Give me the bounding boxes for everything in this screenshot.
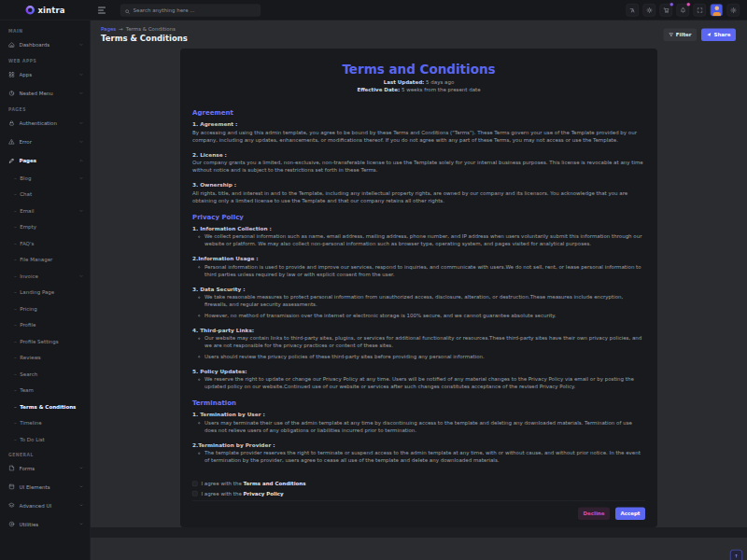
terms-block: 1. Termination by User :Users may termin… — [192, 412, 645, 435]
sidebar-item-faq-s[interactable]: –FAQ's — [0, 235, 91, 252]
share-button[interactable]: Share — [701, 28, 736, 41]
dash-icon: – — [14, 224, 17, 231]
sidebar-item-label: Search — [20, 371, 83, 378]
terms-bullet-list: We collect personal information such as … — [204, 233, 645, 248]
chevron-down-icon — [79, 91, 84, 96]
logo[interactable]: xintra — [0, 6, 91, 15]
page-footer-strip — [91, 527, 747, 538]
sidebar-submenu-pages: –Blog–Chat–Email–Empty–FAQ's–File Manage… — [0, 170, 91, 448]
sidebar-item-label: File Manager — [20, 257, 83, 263]
search-input[interactable] — [134, 7, 257, 14]
filter-icon — [669, 32, 674, 37]
sidebar-item-label: Utilities — [20, 521, 76, 527]
fullscreen-icon[interactable] — [694, 4, 707, 17]
section-title-agreement: Agreement — [192, 109, 645, 117]
sidebar-item-to-do-list[interactable]: –To Do List — [0, 431, 91, 448]
sidebar-item-search[interactable]: –Search — [0, 366, 91, 383]
filter-button[interactable]: Filter — [663, 28, 697, 41]
sidebar-item-label: Terms & Conditions — [20, 404, 83, 411]
sidebar-item-advanced-ui[interactable]: Advanced UI — [0, 497, 91, 515]
sidebar-item-nested-menu[interactable]: Nested Menu — [0, 84, 91, 103]
chevron-down-icon — [79, 466, 84, 470]
home-icon — [8, 42, 15, 49]
sidebar-item-label: Blog — [20, 175, 76, 182]
sidebar-section-label: GENERAL — [0, 448, 91, 459]
logo-text: xintra — [37, 6, 64, 15]
sidebar-item-error[interactable]: Error — [0, 133, 91, 151]
sidebar-item-utilities[interactable]: Utilities — [0, 515, 91, 534]
breadcrumb: Pages → Terms & Conditions — [101, 26, 188, 33]
sidebar-item-ui-elements[interactable]: UI Elements — [0, 478, 91, 497]
chevron-down-icon — [79, 484, 84, 489]
dash-icon: – — [14, 289, 17, 296]
sidebar-item-label: Timeline — [20, 420, 83, 427]
terms-block-heading: 5. Policy Updates: — [192, 368, 645, 374]
sidebar-item-blog[interactable]: –Blog — [0, 170, 91, 187]
scroll-to-top-button[interactable] — [730, 550, 742, 560]
sidebar-item-reviews[interactable]: –Reviews — [0, 350, 91, 367]
terms-checkbox[interactable] — [192, 482, 198, 487]
privacy-checkbox[interactable] — [192, 491, 198, 497]
page-title: Terms & Conditions — [101, 34, 188, 43]
sidebar-item-timeline[interactable]: –Timeline — [0, 415, 91, 432]
sidebar-section-label: MAIN — [0, 24, 91, 35]
sidebar-item-profile[interactable]: –Profile — [0, 317, 91, 334]
menu-toggle-icon[interactable] — [98, 4, 110, 16]
terms-paragraph: By accessing and using this admin templa… — [192, 129, 645, 144]
theme-icon[interactable] — [643, 4, 656, 17]
bell-badge — [686, 3, 691, 7]
breadcrumb-link-pages[interactable]: Pages — [101, 26, 116, 33]
decline-button[interactable]: Decline — [578, 508, 610, 521]
sidebar-item-dashboards[interactable]: Dashboards — [0, 35, 91, 54]
sidebar-item-chat[interactable]: –Chat — [0, 187, 91, 203]
dash-icon: – — [14, 257, 17, 263]
avatar[interactable] — [711, 4, 724, 17]
sidebar: MAINDashboardsWEB APPSAppsNested MenuPAG… — [0, 21, 91, 560]
sidebar-item-email[interactable]: –Email — [0, 203, 91, 219]
chevron-down-icon — [79, 208, 84, 213]
terms-block: 1. Information Collection :We collect pe… — [192, 225, 645, 248]
terms-bullet: We take reasonable measures to protect p… — [204, 294, 645, 309]
sidebar-item-file-manager[interactable]: –File Manager — [0, 252, 91, 269]
terms-bullet-list: Personal information is used to provide … — [204, 263, 645, 278]
accept-button[interactable]: Accept — [615, 508, 645, 521]
dash-icon: – — [14, 306, 17, 313]
terms-card-title: Terms and Conditions — [192, 62, 645, 77]
agreement-checkboxes: I agree with the Terms and Conditions I … — [192, 478, 645, 500]
sidebar-item-apps[interactable]: Apps — [0, 65, 91, 84]
sidebar-item-label: Nested Menu — [20, 91, 76, 97]
terms-block: 2. License :Our company grants you a lim… — [192, 151, 645, 175]
search-box — [120, 4, 261, 16]
terms-block: 2.Termination by Provider :The template … — [192, 441, 645, 465]
terms-block-heading: 4. Third-party Links: — [192, 327, 645, 333]
terms-bullet-list: Users may terminate their use of the adm… — [204, 419, 645, 434]
sidebar-item-authentication[interactable]: Authentication — [0, 114, 91, 133]
lock-icon — [8, 120, 15, 127]
section-title-privacy-policy: Privacy Policy — [192, 213, 645, 220]
breadcrumb-separator: → — [119, 26, 123, 33]
cart-icon[interactable] — [660, 4, 673, 17]
terms-bullet-list: The template provider reserves the right… — [204, 450, 645, 465]
dash-icon: – — [14, 208, 17, 215]
sidebar-item-forms[interactable]: Forms — [0, 459, 91, 478]
bell-icon[interactable] — [677, 4, 690, 17]
sidebar-item-label: Advanced UI — [20, 502, 76, 509]
disc-icon — [8, 521, 15, 527]
sidebar-item-empty[interactable]: –Empty — [0, 219, 91, 236]
sidebar-item-label: Reviews — [20, 355, 83, 361]
sidebar-item-pages[interactable]: Pages — [0, 151, 91, 170]
sidebar-item-profile-settings[interactable]: –Profile Settings — [0, 333, 91, 350]
sidebar-item-landing-page[interactable]: –Landing Page — [0, 285, 91, 301]
terms-bullet: We reserve the right to update or change… — [204, 376, 645, 391]
sidebar-item-label: Landing Page — [20, 289, 83, 296]
chevron-down-icon — [79, 140, 84, 145]
translate-icon[interactable] — [627, 4, 640, 17]
sidebar-item-label: Email — [20, 208, 76, 215]
terms-block-heading: 1. Agreement : — [192, 121, 645, 128]
sidebar-item-terms-conditions[interactable]: –Terms & Conditions — [0, 399, 91, 415]
sidebar-item-pricing[interactable]: –Pricing — [0, 301, 91, 317]
sidebar-item-team[interactable]: –Team — [0, 383, 91, 399]
chevron-down-icon — [79, 273, 84, 278]
sidebar-item-invoice[interactable]: –Invoice — [0, 268, 91, 285]
settings-icon[interactable] — [727, 4, 740, 17]
